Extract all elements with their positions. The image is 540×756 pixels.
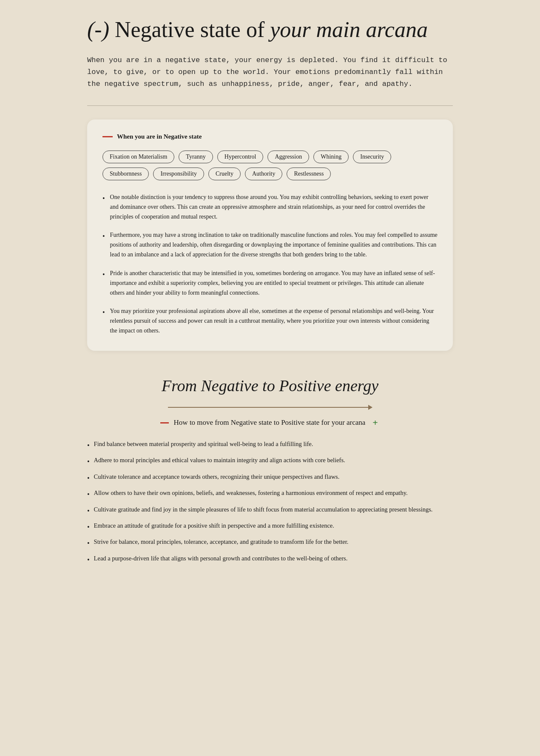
how-to-header: How to move from Negative state to Posit… (87, 418, 453, 427)
transition-title: From Negative to Positive energy (87, 376, 453, 395)
bullet-item: • You may prioritize your professional a… (102, 306, 438, 335)
title-italic: your main arcana (270, 17, 428, 42)
bullet-icon: • (87, 506, 90, 517)
negative-state-card: When you are in Negative state Fixation … (87, 119, 453, 351)
positive-item: • Lead a purpose-driven life that aligns… (87, 554, 453, 566)
bullet-icon: • (102, 193, 105, 222)
bullet-icon: • (87, 473, 90, 484)
divider (87, 105, 453, 106)
positive-list: • Find balance between material prosperi… (87, 439, 453, 566)
positive-item: • Embrace an attitude of gratitude for a… (87, 521, 453, 533)
positive-item: • Cultivate tolerance and acceptance tow… (87, 472, 453, 484)
positive-text-4: Allow others to have their own opinions,… (94, 488, 408, 500)
tag-restlessness[interactable]: Restlessness (287, 168, 331, 180)
how-to-label: How to move from Negative state to Posit… (174, 418, 366, 427)
negative-bullets: • One notable distinction is your tenden… (102, 192, 438, 335)
bullet-text-3: Pride is another characteristic that may… (110, 268, 438, 298)
tag-cruelty[interactable]: Cruelty (208, 168, 241, 180)
page-container: (-) Negative state of your main arcana W… (87, 17, 453, 566)
tag-stubbornness[interactable]: Stubbornness (102, 168, 149, 180)
tag-whining[interactable]: Whining (313, 151, 349, 163)
bullet-text-1: One notable distinction is your tendency… (110, 192, 438, 222)
positive-text-2: Adhere to moral principles and ethical v… (94, 455, 345, 467)
bullet-icon: • (87, 538, 90, 549)
bullet-icon: • (87, 489, 90, 500)
bullet-item: • Pride is another characteristic that m… (102, 268, 438, 298)
bullet-text-4: You may prioritize your professional asp… (110, 306, 438, 335)
minus-icon (160, 422, 169, 423)
positive-text-6: Embrace an attitude of gratitude for a p… (94, 521, 334, 533)
bullet-icon: • (102, 269, 105, 298)
positive-item: • Allow others to have their own opinion… (87, 488, 453, 500)
bullet-item: • Furthermore, you may have a strong inc… (102, 230, 438, 259)
positive-text-5: Cultivate gratitude and find joy in the … (94, 505, 433, 517)
title-prefix: (-) (87, 17, 109, 42)
tag-tyranny[interactable]: Tyranny (179, 151, 213, 163)
tag-fixation[interactable]: Fixation on Materialism (102, 151, 174, 163)
arrow-line-container (87, 407, 453, 408)
bullet-icon: • (102, 231, 105, 259)
title-main: Negative state of (109, 17, 270, 42)
bullet-text-2: Furthermore, you may have a strong incli… (110, 230, 438, 259)
tag-insecurity[interactable]: Insecurity (353, 151, 391, 163)
positive-text-8: Lead a purpose-driven life that aligns w… (94, 554, 348, 566)
plus-icon: + (370, 418, 380, 427)
tags-container: Fixation on Materialism Tyranny Hypercon… (102, 151, 438, 180)
tag-hypercontrol[interactable]: Hypercontrol (217, 151, 264, 163)
bullet-icon: • (87, 554, 90, 566)
tag-authority[interactable]: Authority (245, 168, 282, 180)
positive-text-7: Strive for balance, moral principles, to… (94, 537, 349, 549)
bullet-item: • One notable distinction is your tenden… (102, 192, 438, 222)
bullet-icon: • (87, 440, 90, 451)
bullet-icon: • (87, 456, 90, 467)
positive-text-1: Find balance between material prosperity… (94, 439, 313, 451)
positive-text-3: Cultivate tolerance and acceptance towar… (94, 472, 340, 484)
transition-section: From Negative to Positive energy How to … (87, 376, 453, 427)
red-dash-icon (102, 136, 113, 137)
positive-item: • Strive for balance, moral principles, … (87, 537, 453, 549)
main-title: (-) Negative state of your main arcana (87, 17, 453, 43)
arrow-line (168, 407, 372, 408)
intro-text: When you are in a negative state, your e… (87, 54, 453, 90)
positive-item: • Cultivate gratitude and find joy in th… (87, 505, 453, 517)
positive-item: • Find balance between material prosperi… (87, 439, 453, 451)
positive-item: • Adhere to moral principles and ethical… (87, 455, 453, 467)
card-header-label: When you are in Negative state (117, 133, 202, 140)
card-header: When you are in Negative state (102, 133, 438, 140)
tag-aggression[interactable]: Aggression (267, 151, 309, 163)
bullet-icon: • (102, 307, 105, 335)
bullet-icon: • (87, 522, 90, 533)
tag-irresponsibility[interactable]: Irresponsibility (153, 168, 204, 180)
